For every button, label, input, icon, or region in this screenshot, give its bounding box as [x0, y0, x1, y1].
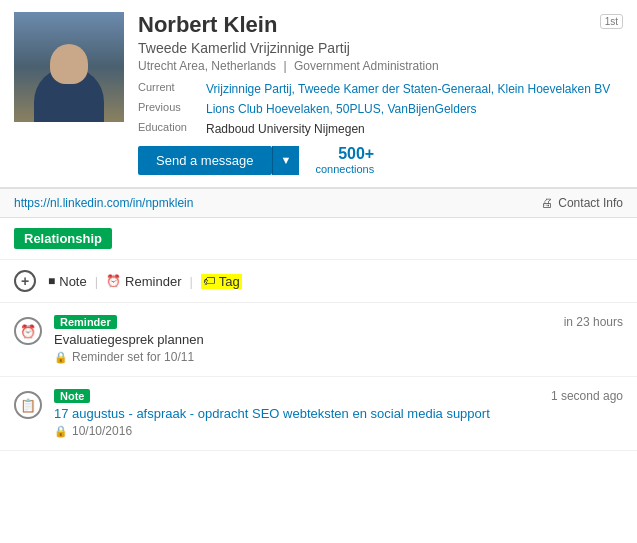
note-label: Note: [59, 274, 86, 289]
reminder-time: in 23 hours: [564, 315, 623, 329]
reminder-timeline-icon: ⏰: [14, 317, 42, 345]
profile-photo: [14, 12, 124, 122]
profile-title: Tweede Kamerlid Vrijzinnige Partij: [138, 40, 623, 56]
url-bar: https://nl.linkedin.com/in/npmklein 🖨 Co…: [0, 188, 637, 218]
contact-info-button[interactable]: 🖨 Contact Info: [541, 196, 623, 210]
current-row: Current Vrijzinnige Partij, Tweede Kamer…: [138, 81, 623, 98]
reminder-badge: Reminder: [54, 315, 117, 329]
note-action[interactable]: ■ Note: [48, 274, 87, 289]
lock-icon: 🔒: [54, 351, 68, 364]
reminder-timeline-item: ⏰ Reminder in 23 hours Evaluatiegesprek …: [0, 303, 637, 377]
current-label: Current: [138, 81, 198, 98]
connection-degree-badge: 1st: [600, 14, 623, 29]
education-value: Radboud University Nijmegen: [206, 121, 623, 138]
note-time: 1 second ago: [551, 389, 623, 403]
tag-label: Tag: [219, 274, 240, 289]
profile-name: Norbert Klein: [138, 12, 623, 38]
connections-label: connections: [315, 163, 374, 175]
note-date: 10/10/2016: [72, 424, 132, 438]
contact-info-icon: 🖨: [541, 196, 553, 210]
reminder-sub-text: Reminder set for 10/11: [72, 350, 194, 364]
send-message-button[interactable]: Send a message: [138, 146, 272, 175]
add-button[interactable]: +: [14, 270, 36, 292]
previous-label: Previous: [138, 101, 198, 118]
reminder-action[interactable]: ⏰ Reminder: [106, 274, 181, 289]
profile-location: Utrecht Area, Netherlands | Government A…: [138, 59, 623, 73]
profile-details: Current Vrijzinnige Partij, Tweede Kamer…: [138, 81, 623, 137]
note-text[interactable]: 17 augustus - afspraak - opdracht SEO we…: [54, 406, 623, 421]
message-dropdown-button[interactable]: ▼: [272, 146, 300, 175]
note-header: Note 1 second ago: [54, 389, 623, 403]
connections-count: 500+: [315, 145, 374, 163]
current-value: Vrijzinnige Partij, Tweede Kamer der Sta…: [206, 81, 623, 98]
previous-row: Previous Lions Club Hoevelaken, 50PLUS, …: [138, 101, 623, 118]
tag-icon: 🏷: [203, 274, 215, 288]
actions-row: + ■ Note | ⏰ Reminder | 🏷 Tag: [0, 260, 637, 303]
message-btn-group[interactable]: Send a message ▼: [138, 146, 299, 175]
education-row: Education Radboud University Nijmegen: [138, 121, 623, 138]
note-icon: ■: [48, 274, 55, 288]
contact-info-label: Contact Info: [558, 196, 623, 210]
profile-actions: Send a message ▼ 500+ connections: [138, 145, 623, 175]
reminder-text: Evaluatiegesprek plannen: [54, 332, 623, 347]
tag-action[interactable]: 🏷 Tag: [201, 274, 242, 289]
note-badge: Note: [54, 389, 90, 403]
note-lock-icon: 🔒: [54, 425, 68, 438]
relationship-badge: Relationship: [14, 228, 112, 249]
industry-text: Government Administration: [294, 59, 439, 73]
previous-value: Lions Club Hoevelaken, 50PLUS, VanBijenG…: [206, 101, 623, 118]
profile-url-link[interactable]: https://nl.linkedin.com/in/npmklein: [14, 196, 193, 210]
reminder-header: Reminder in 23 hours: [54, 315, 623, 329]
note-timeline-item: 📋 Note 1 second ago 17 augustus - afspra…: [0, 377, 637, 451]
relationship-section: Relationship: [0, 218, 637, 260]
connections-info: 500+ connections: [315, 145, 374, 175]
education-label: Education: [138, 121, 198, 138]
reminder-sub: 🔒 Reminder set for 10/11: [54, 350, 623, 364]
reminder-content: Reminder in 23 hours Evaluatiegesprek pl…: [54, 315, 623, 364]
note-sub: 🔒 10/10/2016: [54, 424, 623, 438]
note-content: Note 1 second ago 17 augustus - afspraak…: [54, 389, 623, 438]
reminder-icon: ⏰: [106, 274, 121, 288]
profile-info: Norbert Klein Tweede Kamerlid Vrijzinnig…: [138, 12, 623, 175]
reminder-label: Reminder: [125, 274, 181, 289]
location-text: Utrecht Area, Netherlands: [138, 59, 276, 73]
note-timeline-icon: 📋: [14, 391, 42, 419]
